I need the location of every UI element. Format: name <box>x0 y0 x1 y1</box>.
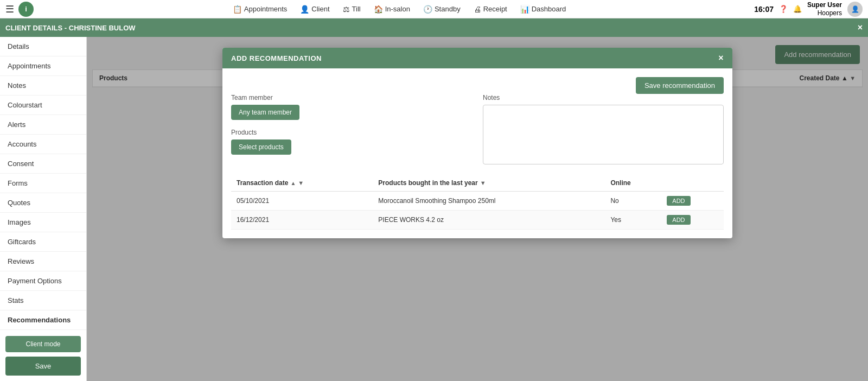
sidebar-item-colourstart[interactable]: Colourstart <box>0 96 86 115</box>
sidebar-item-details[interactable]: Details <box>0 37 86 56</box>
modal-close-button[interactable]: × <box>718 53 724 63</box>
sidebar-item-payment-options[interactable]: Payment Options <box>0 271 86 291</box>
dashboard-icon: 📊 <box>520 5 529 14</box>
online-cell: No <box>605 192 661 211</box>
client-bar: CLIENT DETAILS - CHRISTINE BULOW × <box>0 18 868 37</box>
products-label: Products <box>231 129 472 136</box>
add-action-header <box>661 175 724 192</box>
transaction-date-header[interactable]: Transaction date ▲ ▼ <box>231 175 373 192</box>
table-row: 16/12/2021 PIECE WORKS 4.2 oz Yes ADD <box>231 211 724 230</box>
purchase-history-table: Transaction date ▲ ▼ Products bought in … <box>231 175 724 230</box>
product-name-cell: Moroccanoil Smoothing Shampoo 250ml <box>373 192 605 211</box>
receipt-icon: 🖨 <box>474 5 481 14</box>
modal-header: ADD RECOMMENDATION × <box>222 48 732 68</box>
team-member-button[interactable]: Any team member <box>231 105 299 120</box>
content-area: Add recommendation Products Team member … <box>87 37 868 381</box>
select-products-button[interactable]: Select products <box>231 139 291 155</box>
transaction-date-cell: 16/12/2021 <box>231 211 373 230</box>
nav-appointments[interactable]: 📋 Appointments <box>227 3 293 16</box>
add-cell: ADD <box>661 211 724 230</box>
notes-textarea[interactable] <box>483 105 724 164</box>
client-mode-button[interactable]: Client mode <box>5 336 81 352</box>
standby-icon: 🕐 <box>423 5 432 14</box>
product-name-cell: PIECE WORKS 4.2 oz <box>373 211 605 230</box>
team-member-section: Team member Any team member Products Sel… <box>231 94 472 166</box>
table-row: 05/10/2021 Moroccanoil Smoothing Shampoo… <box>231 192 724 211</box>
add-to-recommendation-button[interactable]: ADD <box>667 215 690 225</box>
form-row: Team member Any team member Products Sel… <box>231 94 724 166</box>
online-cell: Yes <box>605 211 661 230</box>
sidebar-item-forms[interactable]: Forms <box>0 174 86 193</box>
sidebar-bottom: Client mode Save <box>0 331 86 381</box>
app-logo: i <box>18 2 34 17</box>
nav-right: 16:07 ❓ 🔔 Super User Hoopers 👤 <box>754 1 863 17</box>
notes-label: Notes <box>483 94 724 101</box>
save-recommendation-button[interactable]: Save recommendation <box>636 77 724 94</box>
transaction-date-cell: 05/10/2021 <box>231 192 373 211</box>
products-filter-icon[interactable]: ▼ <box>480 180 486 186</box>
sidebar-item-giftcards[interactable]: Giftcards <box>0 232 86 252</box>
sidebar: Details Appointments Notes Colourstart A… <box>0 37 87 381</box>
nav-insalon[interactable]: 🏠 In-salon <box>368 3 416 16</box>
notes-section: Notes <box>483 94 724 166</box>
online-header: Online <box>605 175 661 192</box>
add-to-recommendation-button[interactable]: ADD <box>667 196 690 206</box>
transaction-filter-icon[interactable]: ▼ <box>298 180 304 186</box>
sidebar-item-stats[interactable]: Stats <box>0 291 86 310</box>
nav-dashboard[interactable]: 📊 Dashboard <box>515 3 572 16</box>
nav-items: 📋 Appointments 👤 Client ⚖ Till 🏠 In-salo… <box>44 3 754 16</box>
sidebar-item-alerts[interactable]: Alerts <box>0 115 86 135</box>
insalon-icon: 🏠 <box>374 5 383 14</box>
nav-receipt[interactable]: 🖨 Receipt <box>468 3 513 16</box>
sidebar-item-recommendations[interactable]: Recommendations <box>0 310 86 330</box>
user-info: Super User Hoopers <box>807 1 842 17</box>
modal-overlay: ADD RECOMMENDATION × Save recommendation… <box>87 37 868 381</box>
sidebar-item-appointments[interactable]: Appointments <box>0 56 86 76</box>
close-client-button[interactable]: × <box>858 23 863 33</box>
sidebar-item-quotes[interactable]: Quotes <box>0 193 86 213</box>
sidebar-item-reviews[interactable]: Reviews <box>0 252 86 271</box>
top-nav: ☰ i 📋 Appointments 👤 Client ⚖ Till 🏠 In-… <box>0 0 868 18</box>
sidebar-item-accounts[interactable]: Accounts <box>0 135 86 154</box>
inner-table-header-row: Transaction date ▲ ▼ Products bought in … <box>231 175 724 192</box>
till-icon: ⚖ <box>343 5 350 14</box>
add-cell: ADD <box>661 192 724 211</box>
modal-body: Save recommendation Team member Any team… <box>222 68 732 238</box>
bell-icon[interactable]: 🔔 <box>793 5 802 13</box>
products-bought-header[interactable]: Products bought in the last year ▼ <box>373 175 605 192</box>
team-member-label: Team member <box>231 94 472 101</box>
avatar: 👤 <box>847 2 863 17</box>
nav-client[interactable]: 👤 Client <box>295 3 335 16</box>
help-icon[interactable]: ❓ <box>779 5 788 13</box>
sidebar-item-consent[interactable]: Consent <box>0 154 86 174</box>
client-icon: 👤 <box>300 5 309 14</box>
add-recommendation-modal: ADD RECOMMENDATION × Save recommendation… <box>222 48 732 238</box>
menu-button[interactable]: ☰ <box>5 3 14 15</box>
sidebar-item-notes[interactable]: Notes <box>0 76 86 96</box>
nav-standby[interactable]: 🕐 Standby <box>418 3 466 16</box>
save-button[interactable]: Save <box>5 357 81 376</box>
main-layout: Details Appointments Notes Colourstart A… <box>0 37 868 381</box>
sort-arrow-icon: ▲ <box>290 180 296 186</box>
appointments-icon: 📋 <box>233 5 242 14</box>
sidebar-item-images[interactable]: Images <box>0 213 86 232</box>
nav-till[interactable]: ⚖ Till <box>337 3 366 16</box>
